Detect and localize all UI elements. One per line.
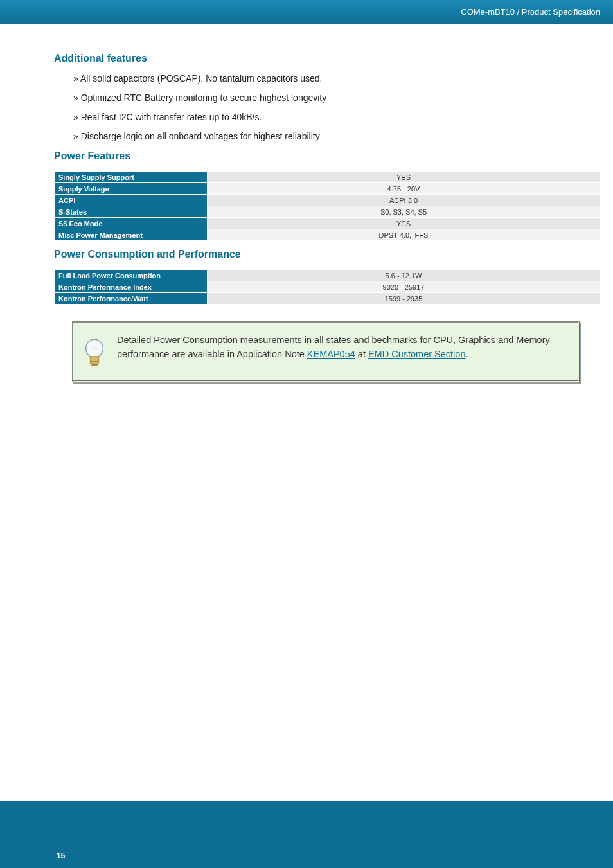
note-part: at	[355, 349, 368, 359]
row-value: 4.75 - 20V	[208, 183, 600, 195]
lightbulb-icon	[82, 338, 107, 370]
header-bar: COMe-mBT10 / Product Specification	[0, 0, 613, 24]
page-number: 15	[57, 851, 65, 860]
row-label: S5 Eco Mode	[55, 218, 208, 229]
row-label: Misc Power Management	[55, 229, 208, 241]
table-row: ACPI ACPI 3.0	[55, 195, 600, 206]
row-label: Singly Supply Support	[55, 172, 208, 183]
row-label: S-States	[55, 206, 208, 218]
table-row: Kontron Performance Index 9020 - 25917	[55, 281, 600, 293]
row-value: YES	[208, 172, 600, 183]
row-value: 1599 - 2935	[208, 293, 600, 305]
link-kemap054[interactable]: KEMAP054	[307, 349, 355, 359]
header-title: COMe-mBT10 / Product Specification	[461, 7, 600, 17]
row-value: 9020 - 25917	[208, 281, 600, 293]
row-label: Full Load Power Consumption	[55, 270, 208, 281]
row-label: ACPI	[55, 195, 208, 206]
row-value: S0, S3, S4, S5	[208, 206, 600, 218]
bullet-item: » Discharge logic on all onboard voltage…	[73, 131, 600, 141]
row-label: Kontron Performance Index	[55, 281, 208, 293]
bullet-item: » All solid capacitors (POSCAP). No tant…	[73, 73, 600, 84]
svg-rect-1	[90, 357, 98, 359]
table-row: S5 Eco Mode YES	[55, 218, 600, 229]
bullet-item: » Optimized RTC Battery monitoring to se…	[73, 93, 600, 103]
table-row: Kontron Performance/Watt 1599 - 2935	[55, 293, 600, 305]
footer-band	[0, 801, 613, 868]
content-area: Additional features » All solid capacito…	[54, 46, 600, 382]
svg-rect-4	[91, 364, 98, 366]
svg-rect-2	[90, 359, 98, 362]
note-part: .	[465, 349, 468, 359]
row-value: YES	[208, 218, 600, 229]
heading-power-consumption: Power Consumption and Performance	[54, 249, 600, 260]
table-row: S-States S0, S3, S4, S5	[55, 206, 600, 218]
additional-features-list: » All solid capacitors (POSCAP). No tant…	[73, 73, 600, 141]
power-features-table: Singly Supply Support YES Supply Voltage…	[54, 171, 600, 241]
svg-rect-3	[90, 361, 98, 364]
table-row: Full Load Power Consumption 5.6 - 12.1W	[55, 270, 600, 281]
row-label: Supply Voltage	[55, 183, 208, 195]
note-text: Detailed Power Consumption measurements …	[117, 333, 569, 370]
bullet-item: » Real fast I2C with transfer rates up t…	[73, 112, 600, 122]
heading-power-features: Power Features	[54, 150, 600, 162]
row-value: ACPI 3.0	[208, 195, 600, 206]
table-row: Misc Power Management DPST 4.0, iFFS	[55, 229, 600, 241]
row-value: DPST 4.0, iFFS	[208, 229, 600, 241]
info-note-box: Detailed Power Consumption measurements …	[72, 321, 580, 382]
link-emd-customer-section[interactable]: EMD Customer Section	[368, 349, 466, 359]
heading-additional-features: Additional features	[54, 53, 600, 64]
row-label: Kontron Performance/Watt	[55, 293, 208, 305]
table-row: Supply Voltage 4.75 - 20V	[55, 183, 600, 195]
row-value: 5.6 - 12.1W	[208, 270, 600, 281]
power-consumption-table: Full Load Power Consumption 5.6 - 12.1W …	[54, 269, 600, 305]
table-row: Singly Supply Support YES	[55, 172, 600, 183]
